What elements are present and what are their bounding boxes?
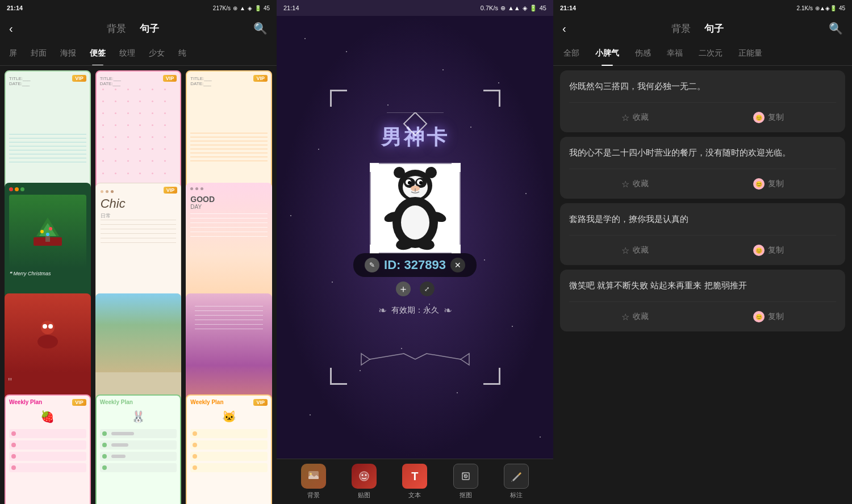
top-decoration xyxy=(387,112,444,141)
svg-marker-31 xyxy=(361,354,370,365)
copy-icon-2: 😊 xyxy=(753,178,765,190)
svg-marker-32 xyxy=(461,354,469,365)
panel-sentences: 21:14 2.1K/s ⊕▲◈🔋 45 ‹ 背景 句子 🔍 全部 小脾气 伤感… xyxy=(553,0,852,504)
sent-tab-positive[interactable]: 正能量 xyxy=(730,41,770,66)
cat-cover[interactable]: 封面 xyxy=(24,41,53,66)
cat-texture[interactable]: 纹理 xyxy=(112,41,142,66)
svg-point-36 xyxy=(362,474,364,476)
panel-preview: 21:14 0.7K/s ⊕ ▲▲ ◈ 🔋 45 xyxy=(277,0,553,504)
sentence-text-3: 套路我是学的，撩你我是认真的 xyxy=(569,212,836,226)
tool-sticker-icon xyxy=(352,464,377,489)
chic-title: Chic xyxy=(101,196,177,211)
panel-background: 21:14 217K/s ⊕ ▲ ◈ 🔋 45 ‹ 背景 句子 🔍 屏 封面 海… xyxy=(0,0,277,504)
tool-sticker[interactable]: 贴图 xyxy=(352,464,377,499)
sent-tab-all[interactable]: 全部 xyxy=(556,41,587,66)
status-bar-1: 21:14 217K/s ⊕ ▲ ◈ 🔋 45 xyxy=(0,0,277,16)
background-grid: VIP TITLE:___DATE:___ VIP TITLE:___DATE:… xyxy=(0,66,277,504)
sent-tab-happy[interactable]: 幸福 xyxy=(659,41,691,66)
collect-btn-1[interactable]: ☆ 收藏 xyxy=(621,112,649,123)
status-time-2: 21:14 xyxy=(283,5,299,11)
tool-bg-label: 背景 xyxy=(307,491,320,499)
sent-tab-anime[interactable]: 二次元 xyxy=(691,41,730,66)
battery-level-1: 45 xyxy=(264,5,270,11)
tool-crop-label: 抠图 xyxy=(460,491,472,499)
tool-mark-label: 标注 xyxy=(510,491,523,499)
svg-point-10 xyxy=(48,324,53,329)
tool-text-label: 文本 xyxy=(408,491,421,499)
sent-tab-sentences[interactable]: 句子 xyxy=(704,22,724,35)
close-button[interactable]: ✕ xyxy=(450,258,465,272)
sentence-text-1: 你既然勾三搭四，我何必独一无二。 xyxy=(569,79,836,93)
cat-poster[interactable]: 海报 xyxy=(53,41,83,66)
id-box: ✎ ID: 327893 ✕ xyxy=(353,253,477,277)
edit-button[interactable]: ✎ xyxy=(365,258,379,272)
svg-point-26 xyxy=(401,205,429,240)
collect-btn-3[interactable]: ☆ 收藏 xyxy=(621,245,649,256)
card-preview-area: 男神卡 xyxy=(277,16,553,459)
copy-btn-1[interactable]: 😊 复制 xyxy=(753,112,784,123)
sent-tab-sad[interactable]: 伤感 xyxy=(627,41,659,66)
id-action-row: ＋ ⤢ xyxy=(396,282,435,296)
search-button-3[interactable]: 🔍 xyxy=(829,22,843,35)
validity-section: ❧ 有效期：永久 ❧ xyxy=(378,304,452,317)
cat-girl[interactable]: 少女 xyxy=(142,41,172,66)
tab-background[interactable]: 背景 xyxy=(107,22,126,35)
vip-badge-2: VIP xyxy=(163,75,177,82)
collect-btn-2[interactable]: ☆ 收藏 xyxy=(621,178,649,190)
bg-card-weekly-1[interactable]: VIP Weekly Plan 🍓 xyxy=(5,394,91,505)
svg-rect-3 xyxy=(45,236,50,242)
copy-btn-2[interactable]: 😊 复制 xyxy=(753,178,784,190)
header-1: ‹ 背景 句子 🔍 xyxy=(0,16,277,41)
sentence-tabs: 全部 小脾气 伤感 幸福 二次元 正能量 xyxy=(553,41,852,66)
signal-icon-1: ▲ xyxy=(240,5,245,11)
tool-mark[interactable]: 标注 xyxy=(504,464,529,499)
tab-sentences-1[interactable]: 句子 xyxy=(140,22,159,35)
status-time-1: 21:14 xyxy=(7,5,23,11)
tool-crop[interactable]: 抠图 xyxy=(453,464,478,499)
tool-text[interactable]: T 文本 xyxy=(402,464,427,499)
copy-btn-3[interactable]: 😊 复制 xyxy=(753,245,784,256)
cat-pure[interactable]: 纯 xyxy=(172,41,193,66)
tool-bg-icon xyxy=(301,464,326,489)
sent-header-tabs: 背景 句子 xyxy=(671,22,724,35)
status-icons-3: 2.1K/s ⊕▲◈🔋 45 xyxy=(797,5,845,11)
bg-card-weekly-3[interactable]: VIP Weekly Plan 🐱 xyxy=(186,394,272,505)
sent-tab-temper[interactable]: 小脾气 xyxy=(587,41,627,66)
back-button-1[interactable]: ‹ xyxy=(9,22,13,35)
sent-tab-bg[interactable]: 背景 xyxy=(671,22,691,35)
sent-actions-1: ☆ 收藏 😊 复制 xyxy=(569,112,836,123)
svg-point-24 xyxy=(425,167,437,178)
copy-btn-4[interactable]: 😊 复制 xyxy=(753,311,784,322)
sentence-text-2: 我的心不是二十四小时营业的餐厅，没有随时的欢迎光临。 xyxy=(569,146,836,159)
cat-sticky[interactable]: 便签 xyxy=(83,41,112,66)
star-icon-2: ☆ xyxy=(621,179,629,190)
star-icon-3: ☆ xyxy=(621,245,629,256)
tool-text-icon: T xyxy=(402,464,427,489)
tool-background[interactable]: 背景 xyxy=(301,464,326,499)
svg-point-8 xyxy=(37,335,58,348)
add-button[interactable]: ＋ xyxy=(396,282,411,296)
status-time-3: 21:14 xyxy=(560,5,576,11)
cat-screen[interactable]: 屏 xyxy=(2,41,24,66)
battery-2: 🔋 xyxy=(529,5,537,12)
good-day-title: GOOD xyxy=(190,195,268,204)
tool-mark-icon xyxy=(504,464,529,489)
sentence-text-4: 微笑吧 就算不断失败 站起来再重来 把脆弱推开 xyxy=(569,279,836,292)
expand-button[interactable]: ⤢ xyxy=(420,282,435,296)
corner-br xyxy=(483,368,500,385)
search-button-1[interactable]: 🔍 xyxy=(253,22,268,35)
vip-badge-chic: VIP xyxy=(164,187,178,194)
collect-btn-4[interactable]: ☆ 收藏 xyxy=(621,311,649,322)
star-icon-4: ☆ xyxy=(621,312,629,322)
card-photo-frame[interactable] xyxy=(370,163,461,254)
christmas-image xyxy=(9,195,86,268)
category-nav: 屏 封面 海报 便签 纹理 少女 纯 xyxy=(0,41,277,66)
network-2: 0.7K/s xyxy=(481,5,498,11)
svg-point-35 xyxy=(360,472,369,481)
sent-actions-2: ☆ 收藏 😊 复制 xyxy=(569,178,836,190)
bg-card-weekly-2[interactable]: Weekly Plan 🐰 xyxy=(95,394,182,505)
copy-icon-3: 😊 xyxy=(753,245,765,256)
back-button-3[interactable]: ‹ xyxy=(562,22,566,35)
bluetooth-icon-1: ⊕ xyxy=(233,5,237,11)
status-icons-1: 217K/s ⊕ ▲ ◈ 🔋 45 xyxy=(213,5,270,11)
